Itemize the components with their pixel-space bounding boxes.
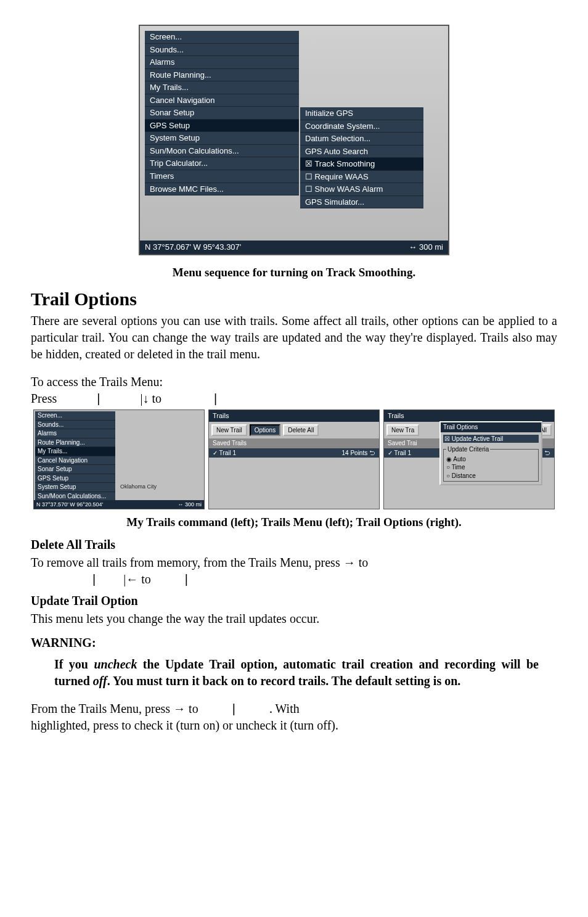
thumb-a-menu-item: Sonar Setup — [35, 465, 115, 474]
thumb-a-menu-item: GPS Setup — [35, 474, 115, 483]
submenu-item: GPS Auto Search — [300, 146, 423, 158]
menu-item: Sounds... — [145, 44, 299, 57]
from-line-2: highlighted, press to check it (turn on)… — [31, 717, 557, 734]
thumb-a-menu-item: Route Planning... — [35, 438, 115, 448]
thumb-a-status-right: ↔ 300 mi — [178, 501, 202, 508]
menu-item: My Trails... — [145, 81, 299, 94]
press-line: Press | |↓ to | — [31, 390, 557, 407]
key-p1: | — [92, 572, 96, 586]
update-trail-option-heading: Update Trail Option — [31, 593, 557, 609]
thumb-c-newtrail: New Tra — [386, 424, 419, 437]
update-active-trail-checkbox: ☒ Update Active Trail — [443, 435, 539, 443]
warning-heading: WARNING: — [31, 635, 557, 651]
thumb-b-btn: Delete All — [283, 424, 319, 437]
update-paragraph: This menu lets you change the way the tr… — [31, 611, 557, 627]
thumb-a-status-left: N 37°37.570' W 96°20.504' — [36, 501, 103, 508]
figure-1-caption: Menu sequence for turning on Track Smoot… — [31, 265, 557, 281]
menu-item: System Setup — [145, 132, 299, 145]
status-left: N 37°57.067' W 95°43.307' — [145, 242, 241, 253]
submenu-item: Initialize GPS — [300, 107, 423, 120]
status-bar: N 37°57.067' W 95°43.307' ↔ 300 mi — [140, 241, 448, 254]
submenu-item: ☒ Track Smoothing — [300, 158, 423, 171]
menu-item: Browse MMC Files... — [145, 183, 299, 196]
press-label: Press — [31, 392, 60, 405]
thumb-mytrails: Screen...Sounds...AlarmsRoute Planning..… — [33, 409, 205, 509]
submenu-item: ☐ Show WAAS Alarm — [300, 183, 423, 196]
figure-1-screenshot: Screen...Sounds...AlarmsRoute Planning..… — [139, 25, 449, 255]
figure-2-caption: My Trails command (left); Trails Menu (l… — [31, 514, 557, 530]
thumb-b-btn: Options — [250, 424, 280, 437]
popup-title: Trail Options — [441, 422, 541, 432]
thumb-c-title: Trails — [384, 410, 554, 422]
thumb-b-buttons: New TrailOptionsDelete All — [209, 422, 379, 439]
city-label: Oklahoma City — [120, 483, 157, 490]
thumb-b-row-left: ✓ Trail 1 — [213, 449, 236, 458]
radio-time: ○ Time — [446, 463, 536, 472]
key-p3: | — [185, 572, 188, 586]
trail-options-paragraph: There are several options you can use wi… — [31, 313, 557, 363]
thumb-a-menu-item: Screen... — [35, 411, 115, 421]
thumb-a-menu-item: Sounds... — [35, 421, 115, 430]
thumb-a-menu: Screen...Sounds...AlarmsRoute Planning..… — [35, 411, 115, 509]
thumb-a-menu-item: My Trails... — [35, 447, 115, 456]
submenu-item: ☐ Require WAAS — [300, 171, 423, 184]
submenu-item: Coordinate System... — [300, 120, 423, 133]
from-line-1: From the Trails Menu, press → to | . Wit… — [31, 701, 557, 717]
menu-item: Screen... — [145, 31, 299, 44]
submenu-item: Datum Selection... — [300, 133, 423, 146]
menu-item: Trip Calculator... — [145, 157, 299, 170]
warning-block: If you uncheck the Update Trail option, … — [54, 656, 557, 689]
access-line: To access the Trails Menu: — [31, 374, 557, 390]
status-right: ↔ 300 mi — [409, 242, 443, 253]
update-criteria-legend: Update Criteria — [446, 445, 490, 454]
thumb-a-menu-item: Sun/Moon Calculations... — [35, 492, 115, 501]
thumb-trail-options: Trails New Tra te All Saved Trai ✓ Trail… — [383, 409, 555, 509]
thumb-c-row-left: ✓ Trail 1 — [388, 449, 411, 458]
delete-all-trails-heading: Delete All Trails — [31, 537, 557, 553]
press-to: |↓ to — [140, 392, 165, 405]
gps-submenu: Initialize GPSCoordinate System...Datum … — [300, 107, 423, 208]
submenu-item: GPS Simulator... — [300, 196, 423, 209]
thumb-a-menu-item: System Setup — [35, 483, 115, 492]
menu-item: GPS Setup — [145, 120, 299, 133]
menu-item: Cancel Navigation — [145, 94, 299, 107]
menu-item: Route Planning... — [145, 69, 299, 82]
figure-1-wrap: Screen...Sounds...AlarmsRoute Planning..… — [31, 25, 557, 260]
from-pipe: | — [232, 702, 235, 715]
radio-auto: ◉ Auto — [446, 455, 536, 464]
menu-item: Sonar Setup — [145, 107, 299, 120]
thumb-c-row-right: ⮌ — [544, 449, 550, 458]
key-pipe-2: | — [214, 392, 217, 405]
trail-options-popup: Trail Options ☒ Update Active Trail Upda… — [439, 421, 542, 485]
warning-off-italic: off — [93, 674, 107, 688]
thumb-a-menu-item: Alarms — [35, 429, 115, 438]
thumb-b-btn: New Trail — [211, 424, 247, 437]
key-pipe: | — [97, 392, 100, 405]
thumb-b-row-right: 14 Points ⮌ — [342, 449, 375, 458]
thumb-b-trail-row: ✓ Trail 1 14 Points ⮌ — [209, 448, 379, 458]
key-p2: |← to — [123, 572, 151, 586]
delete-paragraph-l2: | |← to | — [31, 571, 557, 588]
delete-paragraph-l1: To remove all trails from memory, from t… — [31, 554, 557, 571]
menu-item: Sun/Moon Calculations... — [145, 145, 299, 158]
thumb-a-menu-item: Cancel Navigation — [35, 456, 115, 466]
main-menu: Screen...Sounds...AlarmsRoute Planning..… — [145, 31, 299, 195]
menu-item: Alarms — [145, 56, 299, 69]
trail-options-heading: Trail Options — [31, 287, 557, 312]
thumb-trails-menu: Trails New TrailOptionsDelete All Saved … — [208, 409, 380, 509]
thumb-b-subtitle: Saved Trails — [209, 438, 379, 448]
update-criteria-group: Update Criteria ◉ Auto ○ Time ○ Distance — [443, 445, 539, 482]
thumb-a-status: N 37°37.570' W 96°20.504' ↔ 300 mi — [34, 500, 204, 509]
menu-item: Timers — [145, 170, 299, 183]
figure-row-3: Screen...Sounds...AlarmsRoute Planning..… — [31, 409, 557, 509]
warning-uncheck-italic: uncheck — [94, 657, 137, 671]
thumb-b-title: Trails — [209, 410, 379, 422]
radio-distance: ○ Distance — [446, 472, 536, 480]
